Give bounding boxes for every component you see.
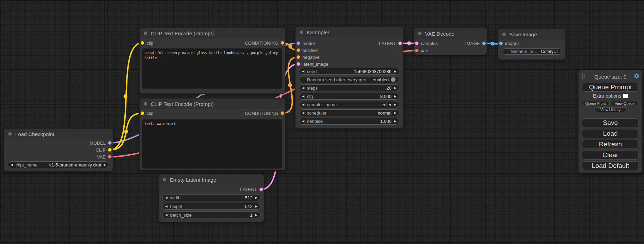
clip-port[interactable] bbox=[108, 148, 112, 152]
arrow-left-icon[interactable]: ◀ bbox=[162, 203, 170, 210]
arrow-left-icon[interactable]: ◀ bbox=[162, 194, 170, 201]
conditioning-port[interactable] bbox=[281, 41, 284, 45]
input-slot-samples: samples bbox=[415, 40, 438, 47]
scheduler-widget[interactable]: ◀ scheduler normal ▶ bbox=[299, 109, 399, 116]
link-dot[interactable] bbox=[491, 42, 495, 46]
conditioning-port[interactable] bbox=[281, 111, 284, 115]
node-vae-decode: VAE Decode samples IMAGE vae bbox=[414, 28, 487, 55]
queue-prompt-button[interactable]: Queue Prompt bbox=[582, 83, 639, 92]
seed-widget[interactable]: ◀ seed 156680208700286 ▶ bbox=[299, 68, 399, 75]
model-port[interactable] bbox=[108, 141, 112, 145]
link-dot[interactable] bbox=[124, 130, 128, 134]
filename-prefix-widget[interactable]: filename_prefix ComfyUI bbox=[503, 48, 562, 55]
widget-value: euler bbox=[379, 102, 391, 107]
arrow-left-icon[interactable]: ◀ bbox=[299, 68, 307, 75]
slot-label: CLIP bbox=[96, 147, 106, 153]
arrow-left-icon[interactable]: ◀ bbox=[299, 84, 307, 91]
batch-size-widget[interactable]: ◀ batch_size 1 ▶ bbox=[162, 211, 261, 218]
clear-button[interactable]: Clear bbox=[582, 151, 639, 160]
random-seed-widget[interactable]: Random seed after every gen enabled bbox=[299, 76, 399, 83]
arrow-right-icon[interactable]: ▶ bbox=[391, 109, 399, 116]
output-slot-clip: CLIP bbox=[96, 146, 112, 153]
prompt-textarea[interactable]: beautiful scenery nature glass bottle la… bbox=[142, 48, 282, 89]
queue-front-button[interactable]: Queue Front bbox=[582, 101, 609, 106]
width-widget[interactable]: ◀ width 512 ▶ bbox=[162, 194, 261, 201]
link-dot[interactable] bbox=[407, 42, 411, 45]
collapse-dot-icon[interactable] bbox=[502, 33, 506, 36]
arrow-left-icon[interactable]: ◀ bbox=[299, 118, 307, 125]
node-title-bar[interactable]: Save Image bbox=[498, 29, 565, 39]
arrow-right-icon[interactable]: ▶ bbox=[253, 203, 260, 210]
clip-port[interactable] bbox=[141, 111, 144, 115]
view-queue-button[interactable]: View Queue bbox=[610, 101, 639, 106]
height-widget[interactable]: ◀ height 512 ▶ bbox=[162, 203, 261, 210]
collapse-dot-icon[interactable] bbox=[8, 132, 12, 136]
collapse-dot-icon[interactable] bbox=[163, 178, 166, 181]
settings-gear-icon[interactable] bbox=[634, 73, 639, 79]
node-title-bar[interactable]: CLIP Text Encode (Prompt) bbox=[140, 28, 285, 38]
collapse-dot-icon[interactable] bbox=[300, 30, 303, 34]
refresh-button[interactable]: Refresh bbox=[582, 140, 639, 149]
widget-label: width bbox=[170, 195, 180, 200]
load-button[interactable]: Load bbox=[582, 129, 639, 138]
model-port[interactable] bbox=[297, 42, 300, 45]
latent-port[interactable] bbox=[398, 42, 402, 45]
link-dot[interactable] bbox=[124, 94, 127, 98]
arrow-left-icon[interactable]: ◀ bbox=[8, 161, 16, 168]
arrow-right-icon[interactable]: ▶ bbox=[101, 161, 109, 168]
output-slot-image: IMAGE bbox=[465, 40, 486, 47]
save-button[interactable]: Save bbox=[582, 118, 639, 127]
arrow-right-icon[interactable]: ▶ bbox=[391, 84, 399, 91]
arrow-right-icon[interactable]: ▶ bbox=[391, 93, 399, 100]
arrow-left-icon[interactable]: ◀ bbox=[299, 93, 307, 100]
widget-value: ComfyUI bbox=[539, 49, 558, 54]
arrow-left-icon[interactable]: ◀ bbox=[299, 101, 307, 108]
sampler-name-widget[interactable]: ◀ sampler_name euler ▶ bbox=[299, 101, 399, 108]
slot-label: LATENT bbox=[240, 187, 257, 192]
view-history-button[interactable]: View History bbox=[594, 107, 626, 112]
denoise-widget[interactable]: ◀ denoise 1.000 ▶ bbox=[299, 118, 399, 125]
conditioning-port[interactable] bbox=[297, 48, 300, 52]
load-default-button[interactable]: Load Default bbox=[582, 161, 639, 170]
conditioning-port[interactable] bbox=[297, 55, 300, 59]
arrow-left-icon[interactable]: ◀ bbox=[162, 211, 170, 218]
node-load-checkpoint: Load Checkpoint MODEL CLIP VAE ◀ ckpt_na… bbox=[4, 129, 113, 171]
node-title: Empty Latent Image bbox=[170, 177, 216, 183]
latent-port[interactable] bbox=[297, 62, 300, 66]
image-port[interactable] bbox=[482, 42, 486, 45]
collapse-dot-icon[interactable] bbox=[144, 102, 147, 106]
steps-widget[interactable]: ◀ steps 20 ▶ bbox=[299, 84, 399, 91]
slot-label: clip bbox=[147, 40, 153, 46]
arrow-right-icon[interactable]: ▶ bbox=[391, 118, 399, 125]
input-slot-clip: clip bbox=[141, 110, 153, 117]
clip-port[interactable] bbox=[141, 41, 144, 45]
image-port[interactable] bbox=[499, 42, 503, 45]
arrow-right-icon[interactable]: ▶ bbox=[391, 101, 399, 108]
node-title-bar[interactable]: Empty Latent Image bbox=[159, 174, 264, 185]
arrow-right-icon[interactable]: ▶ bbox=[253, 211, 260, 218]
latent-port[interactable] bbox=[415, 42, 418, 45]
vae-port[interactable] bbox=[415, 49, 418, 52]
arrow-left-icon[interactable]: ◀ bbox=[299, 109, 307, 116]
arrow-right-icon[interactable]: ▶ bbox=[253, 194, 260, 201]
latent-port[interactable] bbox=[259, 188, 263, 191]
collapse-dot-icon[interactable] bbox=[418, 32, 422, 35]
node-title-bar[interactable]: VAE Decode bbox=[414, 28, 487, 39]
link-dot[interactable] bbox=[289, 45, 292, 49]
node-title-bar[interactable]: Load Checkpoint bbox=[4, 129, 113, 139]
widget-label: Random seed after every gen bbox=[307, 77, 366, 82]
link-dot[interactable] bbox=[288, 83, 292, 87]
ckpt-name-widget[interactable]: ◀ ckpt_name v1-5-pruned-emaonly.ckpt ▶ bbox=[8, 161, 109, 168]
slot-label: model bbox=[302, 41, 315, 46]
cfg-widget[interactable]: ◀ cfg 8.000 ▶ bbox=[299, 93, 399, 100]
extra-options-checkbox[interactable] bbox=[623, 94, 628, 98]
widget-label: cfg bbox=[307, 94, 313, 99]
node-title-bar[interactable]: KSampler bbox=[295, 27, 403, 37]
prompt-textarea[interactable]: text, watermark bbox=[142, 119, 282, 169]
node-title-bar[interactable]: CLIP Text Encode (Prompt) bbox=[140, 99, 285, 109]
collapse-dot-icon[interactable] bbox=[144, 31, 147, 35]
toggle-dot[interactable] bbox=[391, 77, 396, 82]
arrow-right-icon[interactable]: ▶ bbox=[391, 68, 399, 75]
widget-label: seed bbox=[307, 69, 317, 74]
vae-port[interactable] bbox=[108, 155, 112, 159]
